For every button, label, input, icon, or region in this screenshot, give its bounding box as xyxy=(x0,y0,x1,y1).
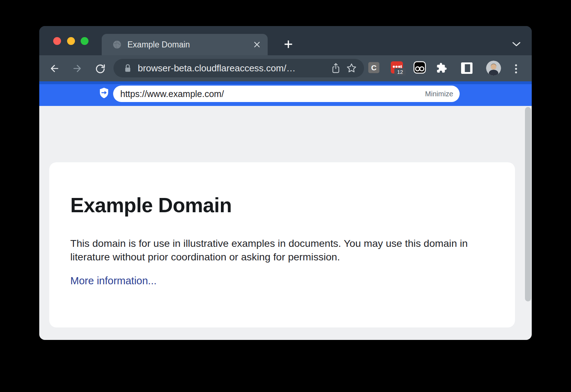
browser-menu-kebab-icon[interactable] xyxy=(515,64,517,74)
extension-c-icon[interactable]: C xyxy=(368,62,379,73)
profile-avatar[interactable] xyxy=(486,61,501,76)
new-tab-button[interactable] xyxy=(283,39,294,50)
minimize-window-button[interactable] xyxy=(67,37,75,45)
lock-icon xyxy=(124,63,131,73)
share-icon[interactable] xyxy=(331,63,340,73)
more-information-link[interactable]: More information... xyxy=(70,275,157,287)
address-url-text[interactable]: browser-beta.cloudflareaccess.com/… xyxy=(138,63,325,74)
extension-badge-count: 12 xyxy=(394,68,406,76)
shield-icon xyxy=(99,87,109,98)
globe-favicon-icon xyxy=(112,40,122,49)
forward-button[interactable] xyxy=(72,63,82,73)
address-bar[interactable]: browser-beta.cloudflareaccess.com/… xyxy=(113,59,364,77)
tab-strip: Example Domain xyxy=(39,26,532,55)
back-button[interactable] xyxy=(49,63,59,73)
tab-close-icon[interactable] xyxy=(253,41,261,48)
web-page-content: Example Domain This domain is for use in… xyxy=(39,106,532,340)
isolation-banner: Minimize xyxy=(39,81,532,106)
side-panel-icon[interactable] xyxy=(461,62,473,74)
chevron-down-icon[interactable] xyxy=(512,41,521,47)
isolated-url-input[interactable] xyxy=(120,88,421,100)
page-heading: Example Domain xyxy=(70,194,232,217)
maximize-window-button[interactable] xyxy=(81,37,89,45)
password-manager-extension-icon[interactable]: 12 xyxy=(391,61,403,73)
close-window-button[interactable] xyxy=(53,37,61,45)
reload-button[interactable] xyxy=(95,63,106,74)
isolated-url-bar[interactable]: Minimize xyxy=(113,86,460,102)
goggles-extension-icon[interactable] xyxy=(413,61,426,74)
toolbar: browser-beta.cloudflareaccess.com/… C xyxy=(39,55,532,81)
tab-example-domain[interactable]: Example Domain xyxy=(102,34,268,55)
bookmark-star-icon[interactable] xyxy=(346,63,357,73)
minimize-banner-button[interactable]: Minimize xyxy=(425,90,453,98)
scrollbar-thumb[interactable] xyxy=(525,107,531,301)
page-paragraph: This domain is for use in illustrative e… xyxy=(70,236,481,264)
content-card: Example Domain This domain is for use in… xyxy=(49,162,515,327)
extensions-puzzle-icon[interactable] xyxy=(436,62,447,73)
tab-title: Example Domain xyxy=(127,40,190,50)
browser-window: Example Domain xyxy=(39,26,532,340)
